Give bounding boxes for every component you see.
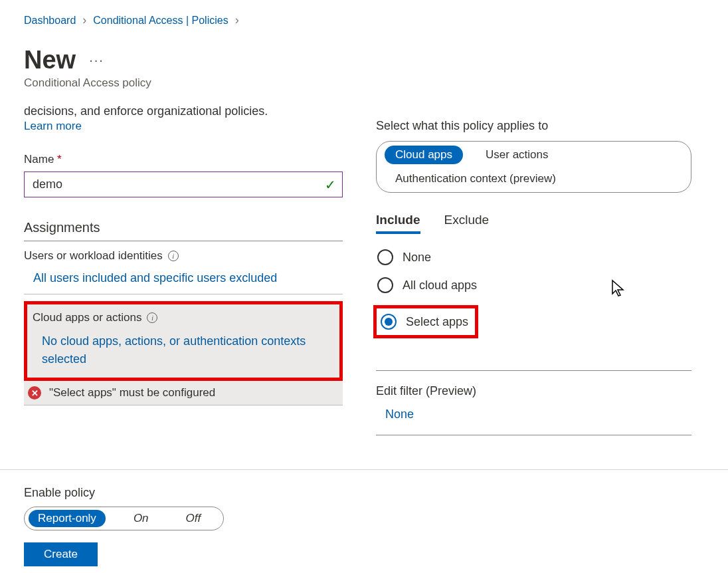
page-title: New xyxy=(24,47,76,72)
checkmark-icon: ✓ xyxy=(325,177,336,193)
radio-group: None All cloud apps Select apps xyxy=(376,249,691,338)
radio-all-cloud-apps[interactable]: All cloud apps xyxy=(377,277,691,293)
pill-auth-context[interactable]: Authentication context (preview) xyxy=(385,170,567,188)
radio-select-apps[interactable]: Select apps xyxy=(381,314,468,330)
enable-policy-toggle: Report-only On Off xyxy=(24,507,224,530)
pill-cloud-apps[interactable]: Cloud apps xyxy=(385,146,463,164)
chevron-right-icon: › xyxy=(82,13,86,27)
name-input[interactable] xyxy=(24,172,343,197)
page-subtitle: Conditional Access policy xyxy=(24,76,704,90)
error-text: "Select apps" must be configured xyxy=(49,386,215,400)
applies-to-label: Select what this policy applies to xyxy=(376,119,691,133)
tab-exclude[interactable]: Exclude xyxy=(444,213,490,234)
learn-more-link[interactable]: Learn more xyxy=(24,120,82,133)
breadcrumb-conditional-access[interactable]: Conditional Access | Policies xyxy=(93,15,228,27)
toggle-on[interactable]: On xyxy=(124,510,158,527)
edit-filter-label: Edit filter (Preview) xyxy=(376,384,691,398)
tab-include[interactable]: Include xyxy=(376,213,420,234)
toggle-off[interactable]: Off xyxy=(177,510,211,527)
info-icon[interactable]: i xyxy=(168,251,179,261)
breadcrumb: Dashboard › Conditional Access | Policie… xyxy=(24,13,704,27)
select-apps-highlight: Select apps xyxy=(373,305,478,338)
users-assignment[interactable]: Users or workload identities i All users… xyxy=(24,241,343,294)
cloud-apps-assignment[interactable]: Cloud apps or actions i No cloud apps, a… xyxy=(24,301,343,381)
pill-user-actions[interactable]: User actions xyxy=(475,146,559,164)
info-icon[interactable]: i xyxy=(147,312,157,323)
radio-none[interactable]: None xyxy=(377,249,691,265)
required-indicator: * xyxy=(57,153,62,166)
cloud-apps-link[interactable]: No cloud apps, actions, or authenticatio… xyxy=(33,332,334,368)
edit-filter-link[interactable]: None xyxy=(376,407,414,421)
toggle-report-only[interactable]: Report-only xyxy=(29,510,106,527)
applies-to-pills: Cloud apps User actions Authentication c… xyxy=(376,141,691,193)
include-exclude-tabs: Include Exclude xyxy=(376,213,691,235)
cloud-apps-label: Cloud apps or actions xyxy=(33,311,141,324)
more-icon[interactable]: ··· xyxy=(89,53,104,68)
enable-policy-label: Enable policy xyxy=(24,486,704,500)
footer: Enable policy Report-only On Off Create xyxy=(0,469,728,573)
users-link[interactable]: All users included and specific users ex… xyxy=(24,269,343,287)
assignments-heading: Assignments xyxy=(24,220,343,241)
error-icon: ✕ xyxy=(28,386,41,400)
breadcrumb-dashboard[interactable]: Dashboard xyxy=(24,15,76,27)
create-button[interactable]: Create xyxy=(24,542,98,566)
error-row: ✕ "Select apps" must be configured xyxy=(24,381,343,405)
users-label: Users or workload identities xyxy=(24,249,163,263)
chevron-right-icon: › xyxy=(235,13,239,27)
name-label: Name * xyxy=(24,153,343,166)
intro-text: decisions, and enforce organizational po… xyxy=(24,104,343,118)
